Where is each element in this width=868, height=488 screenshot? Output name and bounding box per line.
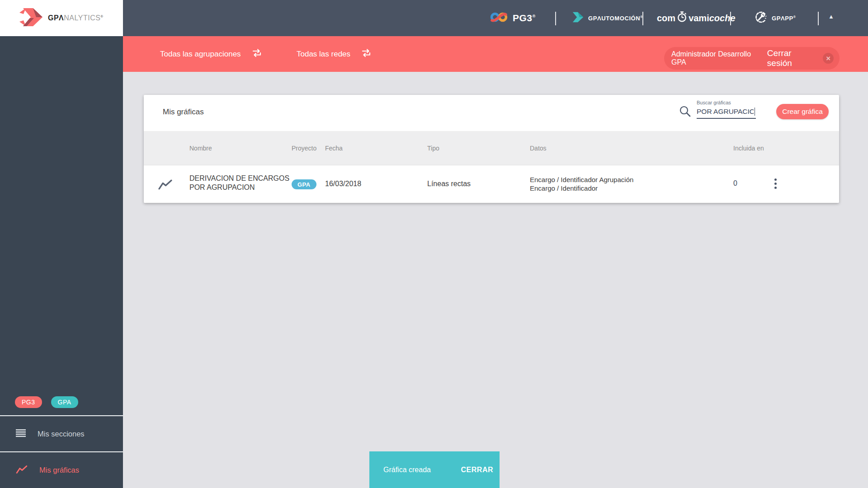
gpautomocion-logo[interactable]: GPΛUTOMOCIÓN® <box>571 0 643 36</box>
create-grafica-button[interactable]: Crear gráfica <box>776 104 829 119</box>
sidebar-item-mis-secciones[interactable]: Mis secciones <box>0 415 123 451</box>
snackbar: Gráfica creada CERRAR <box>369 451 500 488</box>
header-separator <box>730 12 731 25</box>
header-separator <box>555 12 556 25</box>
table-row[interactable]: DERIVACION DE ENCARGOS POR AGRUPACION GP… <box>144 165 839 202</box>
header-separator <box>642 12 643 25</box>
snackbar-close-button[interactable]: CERRAR <box>461 466 493 474</box>
search-input[interactable] <box>697 107 754 118</box>
graficas-card: Mis gráficas Buscar gráficas Crear gráfi… <box>144 95 839 203</box>
logout-close-icon[interactable]: ✕ <box>823 53 834 64</box>
filter-agrupaciones-label: Todas las agrupaciones <box>160 50 241 59</box>
column-header-fecha: Fecha <box>325 145 343 152</box>
filter-bar: Todas las agrupaciones Todas las redes <box>123 36 868 72</box>
search-icon[interactable] <box>679 105 691 119</box>
gpapp-logo[interactable]: GPΛPP® <box>754 0 796 36</box>
pg3-wordmark: PG3® <box>513 13 536 23</box>
com-text: com <box>657 13 675 23</box>
sidebar-badges: PG3 GPA <box>0 396 123 408</box>
cell-nombre: DERIVACION DE ENCARGOS POR AGRUPACION <box>189 174 300 192</box>
badge-pg3[interactable]: PG3 <box>15 396 42 408</box>
column-header-incluida-en: Incluida en <box>733 145 764 152</box>
user-session-pill: Administrador Desarrollo GPA Cerrar sesi… <box>664 47 840 70</box>
cell-tipo: Líneas rectas <box>427 180 471 188</box>
datos-line-2: Encargo / Identificador <box>530 184 633 192</box>
cell-fecha: 16/03/2018 <box>325 180 361 188</box>
comprovamicoche-logo[interactable]: com vamicoche <box>657 0 736 36</box>
gpanalytics-arrow-icon <box>18 7 43 29</box>
logout-label: Cerrar sesión <box>767 48 818 68</box>
stopwatch-icon <box>677 11 687 25</box>
card-header: Mis gráficas Buscar gráficas Crear gráfi… <box>144 95 839 131</box>
search-input-underline <box>697 107 756 119</box>
filter-redes-label: Todas las redes <box>297 50 350 59</box>
sidebar-item-label: Mis secciones <box>38 430 85 438</box>
pg3-logo[interactable]: PG3® <box>490 0 536 36</box>
column-header-tipo: Tipo <box>427 145 439 152</box>
gpautomocion-wordmark: GPΛUTOMOCIÓN® <box>588 15 643 22</box>
sidebar-item-mis-graficas[interactable]: Mis gráficas <box>0 451 123 488</box>
project-badge-gpa: GPA <box>292 179 316 189</box>
vamicoche-text: vamicoche <box>689 13 735 23</box>
badge-gpa[interactable]: GPA <box>51 396 78 408</box>
top-header: PG3® GPΛUTOMOCIÓN® com <box>123 0 868 36</box>
header-separator <box>818 12 819 25</box>
page-title: Mis gráficas <box>163 108 204 117</box>
text-cursor <box>755 108 755 116</box>
line-chart-icon <box>16 465 28 476</box>
logout-button[interactable]: Cerrar sesión ✕ <box>767 48 834 68</box>
snackbar-message: Gráfica creada <box>383 466 431 474</box>
column-header-proyecto: Proyecto <box>292 145 316 152</box>
column-header-datos: Datos <box>530 145 547 152</box>
swap-icon[interactable] <box>361 49 371 60</box>
app-root: GPΛNALYTICS® PG3 GPA Mis secciones <box>0 0 868 488</box>
filter-redes[interactable]: Todas las redes <box>297 36 371 72</box>
sidebar-bottom: PG3 GPA Mis secciones <box>0 396 123 488</box>
row-menu-kebab-icon[interactable] <box>774 178 778 190</box>
datos-line-1: Encargo / Identificador Agrupación <box>530 175 633 184</box>
column-header-nombre: Nombre <box>189 145 212 152</box>
gpanalytics-logo[interactable]: GPΛNALYTICS® <box>0 0 123 36</box>
cell-incluida-en: 0 <box>733 179 737 188</box>
sidebar-item-label: Mis gráficas <box>39 466 79 474</box>
swap-icon[interactable] <box>252 49 262 60</box>
cell-datos: Encargo / Identificador Agrupación Encar… <box>530 175 633 192</box>
current-user-label: Administrador Desarrollo GPA <box>671 50 767 66</box>
filter-agrupaciones[interactable]: Todas las agrupaciones <box>160 36 262 72</box>
gpautomocion-arrow-icon <box>571 11 584 25</box>
collapse-header-arrow-icon[interactable]: ▲ <box>828 13 834 20</box>
search-field-label: Buscar gráficas <box>697 100 756 105</box>
line-chart-icon <box>158 179 172 192</box>
menu-icon <box>16 429 26 439</box>
pg3-infinity-icon <box>490 11 509 25</box>
gpapp-gauge-icon <box>754 10 768 26</box>
table-header-row: Nombre Proyecto Fecha Tipo Datos Incluid… <box>144 131 839 165</box>
sidebar: GPΛNALYTICS® PG3 GPA Mis secciones <box>0 0 123 488</box>
search-field: Buscar gráficas <box>697 100 756 119</box>
gpapp-wordmark: GPΛPP® <box>772 15 796 22</box>
gpanalytics-wordmark: GPΛNALYTICS® <box>48 14 104 22</box>
